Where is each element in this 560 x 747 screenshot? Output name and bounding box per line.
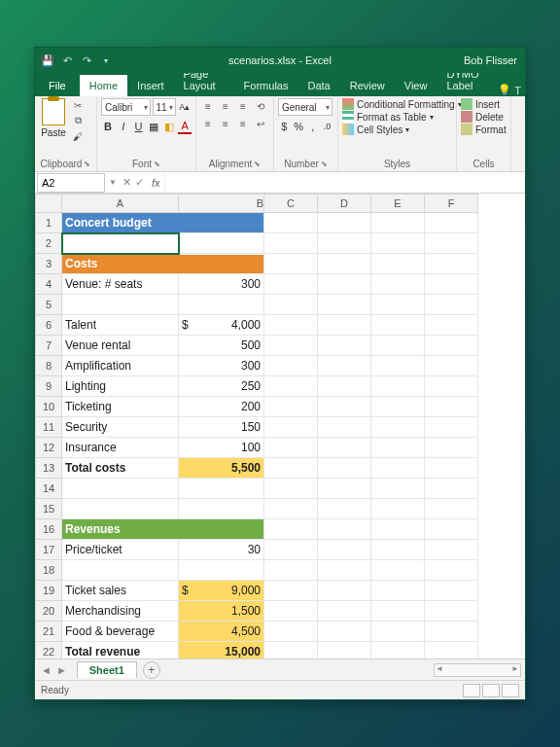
cell-B8[interactable]: 300: [179, 356, 264, 376]
cell-A12[interactable]: Insurance: [62, 438, 179, 458]
col-header-D[interactable]: D: [318, 195, 371, 213]
cell-F17[interactable]: [425, 540, 478, 560]
cell-F3[interactable]: [425, 254, 478, 274]
user-name[interactable]: Bob Flisser: [464, 54, 517, 66]
tab-formulas[interactable]: Formulas: [234, 75, 298, 96]
row-header-21[interactable]: 21: [36, 622, 62, 642]
grow-font-icon[interactable]: A▴: [178, 99, 192, 115]
cell-E19[interactable]: [371, 581, 425, 601]
align-center-icon[interactable]: ≡: [218, 116, 233, 131]
cell-C8[interactable]: [264, 356, 318, 376]
align-launcher-icon[interactable]: ⬊: [254, 160, 261, 168]
row-header-17[interactable]: 17: [36, 540, 62, 560]
cell-B9[interactable]: 250: [179, 376, 264, 397]
copy-icon[interactable]: ⧉: [71, 114, 85, 127]
cell-C4[interactable]: [264, 274, 318, 295]
cell-A20[interactable]: Merchandising: [62, 601, 179, 622]
cell-E21[interactable]: [371, 622, 425, 642]
bold-button[interactable]: B: [101, 119, 115, 134]
font-color-icon[interactable]: A: [178, 119, 192, 134]
view-page-layout-icon[interactable]: [482, 684, 500, 697]
cell-D13[interactable]: [318, 458, 371, 479]
cell-C7[interactable]: [264, 336, 318, 356]
cell-A1[interactable]: Concert budget: [62, 213, 264, 233]
cell-A3[interactable]: Costs: [62, 254, 264, 274]
select-all-cell[interactable]: [36, 195, 62, 213]
cell-D5[interactable]: [318, 295, 371, 315]
cell-F22[interactable]: [425, 642, 478, 659]
qat-customize-icon[interactable]: ▾: [99, 53, 113, 67]
tab-view[interactable]: View: [395, 75, 438, 96]
cell-D7[interactable]: [318, 336, 371, 356]
border-icon[interactable]: ▦: [147, 119, 160, 134]
cell-C9[interactable]: [264, 376, 318, 397]
row-header-18[interactable]: 18: [36, 560, 62, 581]
cell-A7[interactable]: Venue rental: [62, 336, 179, 356]
cell-F2[interactable]: [425, 233, 478, 254]
cell-A8[interactable]: Amplification: [62, 356, 179, 376]
cell-F1[interactable]: [425, 213, 478, 233]
cell-C17[interactable]: [264, 540, 318, 560]
number-format-combo[interactable]: General: [278, 98, 332, 116]
spreadsheet-grid[interactable]: ABCDEF1Concert budget23Costs4Venue: # se…: [35, 194, 525, 658]
cell-E16[interactable]: [371, 519, 425, 540]
cell-A5[interactable]: [62, 295, 179, 315]
row-header-11[interactable]: 11: [36, 417, 62, 438]
cell-B11[interactable]: 150: [179, 417, 264, 438]
cell-C3[interactable]: [264, 254, 318, 274]
cell-B17[interactable]: 30: [179, 540, 264, 560]
cell-C2[interactable]: [264, 233, 318, 254]
wrap-text-icon[interactable]: ↩: [253, 116, 268, 131]
italic-button[interactable]: I: [117, 119, 130, 134]
cancel-formula-icon[interactable]: ✕: [122, 176, 131, 189]
font-launcher-icon[interactable]: ⬊: [154, 160, 160, 168]
cell-A13[interactable]: Total costs: [62, 458, 179, 479]
cell-A4[interactable]: Venue: # seats: [62, 274, 179, 295]
cell-C13[interactable]: [264, 458, 318, 479]
row-header-20[interactable]: 20: [36, 601, 62, 622]
cell-B21[interactable]: 4,500: [179, 622, 264, 642]
cell-F16[interactable]: [425, 519, 478, 540]
align-right-icon[interactable]: ≡: [235, 116, 251, 131]
cell-E3[interactable]: [371, 254, 425, 274]
row-header-14[interactable]: 14: [36, 479, 62, 499]
row-header-10[interactable]: 10: [36, 397, 62, 417]
format-as-table-button[interactable]: Format as Table▾: [342, 111, 462, 123]
cell-D14[interactable]: [318, 479, 371, 499]
cell-E7[interactable]: [371, 336, 425, 356]
cell-C16[interactable]: [264, 519, 318, 540]
tell-me[interactable]: 💡T: [498, 84, 525, 96]
cell-D20[interactable]: [318, 601, 371, 622]
cell-A14[interactable]: [62, 479, 179, 499]
fx-icon[interactable]: fx: [148, 177, 164, 189]
cell-F15[interactable]: [425, 499, 478, 519]
cell-C5[interactable]: [264, 295, 318, 315]
cell-D6[interactable]: [318, 315, 371, 336]
cell-A11[interactable]: Security: [62, 417, 179, 438]
cell-F5[interactable]: [425, 295, 478, 315]
cell-C15[interactable]: [264, 499, 318, 519]
col-header-C[interactable]: C: [264, 195, 318, 213]
cell-E18[interactable]: [371, 560, 425, 581]
cell-E1[interactable]: [371, 213, 425, 233]
undo-icon[interactable]: ↶: [60, 53, 74, 67]
cell-D8[interactable]: [318, 356, 371, 376]
cell-C21[interactable]: [264, 622, 318, 642]
cell-C19[interactable]: [264, 581, 318, 601]
tab-file[interactable]: File: [35, 75, 80, 96]
row-header-2[interactable]: 2: [36, 233, 62, 254]
cell-F19[interactable]: [425, 581, 478, 601]
underline-button[interactable]: U: [132, 119, 146, 134]
view-page-break-icon[interactable]: [502, 684, 519, 697]
cell-B10[interactable]: 200: [179, 397, 264, 417]
increase-decimal-icon[interactable]: .0: [321, 119, 333, 134]
cell-D16[interactable]: [318, 519, 371, 540]
row-header-19[interactable]: 19: [36, 581, 62, 601]
cell-A10[interactable]: Ticketing: [62, 397, 179, 417]
font-size-combo[interactable]: 11: [153, 98, 176, 116]
cell-C18[interactable]: [264, 560, 318, 581]
sheet-nav-next-icon[interactable]: ►: [56, 664, 67, 676]
cell-F4[interactable]: [425, 274, 478, 295]
row-header-12[interactable]: 12: [36, 438, 62, 458]
cell-F20[interactable]: [425, 601, 478, 622]
